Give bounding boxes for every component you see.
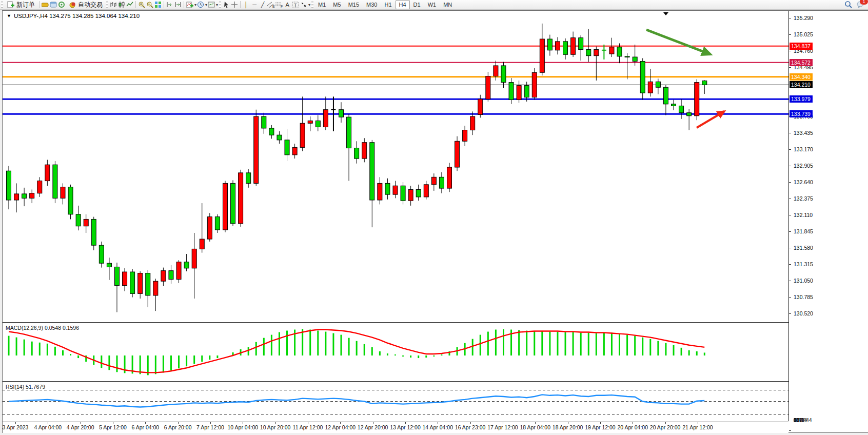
bear-candle[interactable]: [524, 86, 529, 97]
arrows-icon[interactable]: [300, 1, 308, 9]
candlestick-canvas[interactable]: [3, 11, 788, 322]
text-icon[interactable]: A: [283, 1, 291, 9]
arrows-dropdown-caret[interactable]: ▾: [308, 3, 310, 7]
bull-candle[interactable]: [14, 194, 19, 200]
bear-candle[interactable]: [439, 177, 444, 188]
zoom-out-icon[interactable]: [146, 1, 154, 9]
bear-candle[interactable]: [416, 189, 421, 196]
bear-candle[interactable]: [625, 56, 629, 57]
bull-candle[interactable]: [455, 141, 460, 167]
bull-candle[interactable]: [648, 82, 653, 93]
chat-icon[interactable]: 1: [857, 1, 865, 9]
bull-candle[interactable]: [486, 76, 490, 100]
bull-candle[interactable]: [207, 217, 212, 239]
bull-candle[interactable]: [161, 271, 166, 282]
bear-candle[interactable]: [269, 128, 274, 135]
auto-trading-button[interactable]: 自动交易: [66, 1, 105, 9]
rsi-line[interactable]: [9, 394, 704, 407]
bull-candle[interactable]: [37, 181, 42, 193]
bull-candle[interactable]: [192, 249, 196, 268]
bull-candle[interactable]: [153, 281, 158, 295]
bull-candle[interactable]: [45, 165, 50, 181]
bear-candle[interactable]: [7, 171, 11, 200]
zoom-in-icon[interactable]: [137, 1, 146, 9]
bear-candle[interactable]: [91, 219, 96, 245]
bull-candle[interactable]: [393, 186, 398, 194]
shift-chart-icon[interactable]: [166, 1, 174, 9]
timeframe-m1[interactable]: M1: [314, 0, 329, 9]
bear-candle[interactable]: [184, 262, 189, 268]
bear-candle[interactable]: [107, 263, 111, 267]
periods-icon[interactable]: [196, 1, 205, 9]
bull-candle[interactable]: [494, 66, 498, 76]
bull-candle[interactable]: [292, 147, 297, 154]
bull-candle[interactable]: [555, 42, 560, 50]
channel-icon[interactable]: E: [267, 1, 275, 9]
horizontal-line-icon[interactable]: ─: [250, 1, 259, 9]
bear-candle[interactable]: [339, 110, 344, 117]
bull-candle[interactable]: [300, 123, 305, 147]
text-label-icon[interactable]: T: [291, 1, 300, 9]
bar-chart-icon[interactable]: [109, 1, 117, 9]
bull-candle[interactable]: [540, 39, 544, 72]
bull-candle[interactable]: [609, 47, 614, 54]
candlestick-chart-icon[interactable]: [117, 1, 126, 9]
bear-candle[interactable]: [114, 267, 119, 285]
bear-candle[interactable]: [285, 140, 289, 155]
timeframe-mn[interactable]: MN: [440, 0, 456, 9]
bear-candle[interactable]: [509, 83, 514, 100]
bull-candle[interactable]: [362, 143, 367, 159]
bull-candle[interactable]: [308, 121, 312, 123]
timeframe-h4[interactable]: H4: [396, 0, 410, 9]
bear-candle[interactable]: [246, 173, 251, 184]
bear-candle[interactable]: [146, 273, 150, 295]
bear-candle[interactable]: [579, 38, 583, 50]
templates-dropdown-caret[interactable]: ▾: [216, 3, 218, 7]
bear-candle[interactable]: [370, 143, 374, 200]
bear-candle[interactable]: [385, 183, 390, 194]
bear-candle[interactable]: [687, 113, 692, 116]
timeframe-h1[interactable]: H1: [381, 0, 395, 9]
bear-candle[interactable]: [633, 57, 637, 61]
bull-candle[interactable]: [478, 99, 483, 114]
search-icon[interactable]: [844, 1, 853, 9]
bear-candle[interactable]: [169, 271, 173, 280]
bull-candle[interactable]: [571, 38, 576, 55]
bear-candle[interactable]: [401, 186, 405, 201]
macd-canvas[interactable]: [3, 324, 788, 381]
bear-candle[interactable]: [663, 87, 668, 104]
market-watch-icon[interactable]: [41, 1, 49, 9]
bull-candle[interactable]: [30, 193, 34, 199]
bull-candle[interactable]: [138, 273, 143, 293]
new-order-button[interactable]: 新订单: [4, 1, 37, 9]
bear-candle[interactable]: [563, 42, 568, 54]
strategy-tester-icon[interactable]: [57, 1, 66, 9]
bear-candle[interactable]: [277, 135, 282, 140]
bear-candle[interactable]: [347, 117, 351, 148]
bear-candle[interactable]: [354, 148, 359, 159]
bear-candle[interactable]: [702, 81, 707, 85]
bull-candle[interactable]: [424, 185, 428, 197]
date-axis[interactable]: 3 Apr 20234 Apr 04:004 Apr 20:005 Apr 12…: [3, 422, 788, 433]
bear-candle[interactable]: [547, 39, 552, 50]
bear-candle[interactable]: [586, 50, 591, 56]
timeframe-m5[interactable]: M5: [329, 0, 344, 9]
bear-candle[interactable]: [53, 165, 57, 198]
fibonacci-icon[interactable]: F: [275, 1, 283, 9]
rsi-canvas[interactable]: [3, 383, 788, 422]
bull-candle[interactable]: [532, 72, 537, 97]
bull-candle[interactable]: [239, 173, 243, 224]
bull-candle[interactable]: [254, 116, 259, 183]
bull-candle[interactable]: [463, 130, 467, 142]
bear-candle[interactable]: [215, 217, 220, 230]
bear-candle[interactable]: [76, 214, 81, 226]
trendline-icon[interactable]: ╱: [259, 1, 267, 9]
price-chart-pane[interactable]: [3, 11, 788, 322]
bear-candle[interactable]: [656, 82, 660, 87]
bear-candle[interactable]: [640, 62, 645, 93]
bull-candle[interactable]: [61, 187, 65, 199]
bull-candle[interactable]: [695, 83, 699, 116]
bull-candle[interactable]: [176, 262, 181, 280]
templates-icon[interactable]: [207, 1, 215, 9]
line-chart-icon[interactable]: [126, 1, 134, 9]
